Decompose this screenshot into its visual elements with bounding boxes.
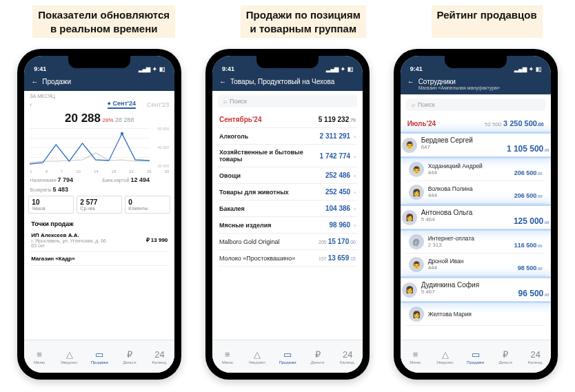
- period-label: ЗА МЕСЯЦ: [30, 94, 169, 99]
- prev-total: 28 288: [115, 116, 134, 123]
- category-row[interactable]: Мясные изделия98 960 ›: [218, 217, 357, 234]
- search-input[interactable]: ⌕ Поиск: [406, 99, 545, 111]
- back-icon[interactable]: ←: [219, 78, 226, 85]
- tab-Календ.[interactable]: 24Календ.: [521, 349, 551, 364]
- avatar: 👩: [402, 282, 417, 298]
- tab-icon: ≡: [24, 349, 54, 360]
- chevron-right-icon: ›: [352, 134, 356, 140]
- employee-row[interactable]: 👨Бердяев Сергей6471 105 500.00: [401, 134, 551, 156]
- page-title: Товары, Продуктовый на Чехова: [230, 78, 334, 85]
- employee-row[interactable]: 👩Волкова Полина444206 500.00: [406, 181, 545, 204]
- tab-icon: ≡: [401, 349, 431, 360]
- tab-icon: ₽: [490, 349, 521, 360]
- caption-realtime: Показатели обновляютсяв реальном времени: [32, 6, 175, 38]
- caption-positions: Продажи по позициями товарным группам: [241, 6, 366, 38]
- tab-Уведомл.[interactable]: △Уведомл.: [430, 349, 461, 364]
- tab-Деньги[interactable]: ₽Деньги: [490, 349, 521, 364]
- employee-row[interactable]: 👨Ходаницкий Андрей444206 500.00: [406, 158, 545, 181]
- tab-Уведомл.[interactable]: △Уведомл.: [54, 349, 85, 364]
- tab-icon: △: [54, 349, 85, 360]
- tab-icon: 24: [145, 349, 175, 360]
- tabbar: ≡Меню△Уведомл.▭Продажи₽Деньги24Календ.: [24, 340, 174, 373]
- total-sales: 20 288: [65, 112, 101, 125]
- chevron-right-icon: ›: [352, 223, 356, 229]
- page-title: Продажи: [42, 78, 71, 85]
- stat-avg[interactable]: 2 577Ср.чек: [77, 196, 122, 214]
- tab-icon: ▭: [85, 349, 115, 360]
- avatar: 👨: [402, 138, 417, 153]
- search-icon: ⌕: [223, 98, 227, 105]
- employee-row[interactable]: @Интернет-оплата2 313116 500.00: [406, 231, 545, 254]
- avatar: 👨: [409, 257, 424, 272]
- back-icon[interactable]: ←: [407, 78, 414, 85]
- tab-icon: 24: [521, 349, 551, 360]
- tab-icon: ₽: [303, 349, 333, 360]
- tab-Меню[interactable]: ≡Меню: [401, 349, 431, 364]
- phone-employees: 9:41 ▂▄▆✦▮▯ ← Сотрудники Магазин «Ампель…: [394, 49, 558, 380]
- category-row[interactable]: Товары для животных252 450 ›: [218, 184, 357, 200]
- pos-row[interactable]: Магазин «Кадр»: [30, 252, 169, 266]
- category-row[interactable]: Овощи252 486 ›: [218, 167, 357, 184]
- category-row[interactable]: Хозяйственные и бытовые товары1 742 774 …: [218, 145, 357, 167]
- phone-category-sales: 9:41 ▂▄▆✦▮▯ ← Товары, Продуктовый на Чех…: [205, 49, 370, 380]
- tab-Календ.[interactable]: 24Календ.: [145, 349, 175, 364]
- status-icons: ▂▄▆✦▮▯: [139, 66, 165, 72]
- tab-Меню[interactable]: ≡Меню: [212, 349, 243, 364]
- avatar: 👩: [409, 307, 424, 322]
- tab-Календ.[interactable]: 24Календ.: [332, 349, 363, 364]
- employee-row[interactable]: 👨Дроной Иван44498 500.00: [406, 254, 545, 276]
- sales-chart[interactable]: [30, 128, 150, 167]
- tab-Деньги[interactable]: ₽Деньги: [114, 349, 145, 364]
- tabbar: ≡Меню△Уведомл.▭Продажи₽Деньги24Календ.: [212, 340, 363, 373]
- category-row[interactable]: Бакалея104 386 ›: [218, 200, 357, 217]
- search-input[interactable]: ⌕ Поиск: [218, 95, 357, 107]
- employee-row[interactable]: 👩Дудинкина София5 46796 500.00: [401, 278, 551, 301]
- section-pos: Точки продаж: [30, 216, 169, 229]
- chevron-right-icon: ›: [352, 189, 356, 196]
- tab-month-prev[interactable]: Сент'23: [147, 101, 169, 108]
- delta-pct: 28%: [103, 117, 114, 123]
- page-title: Сотрудники: [418, 78, 456, 85]
- avatar: 👨: [409, 162, 424, 177]
- phone-sales-overview: 9:41 ▂▄▆✦▮▯ ← Продажи ЗА МЕСЯЦ ‹ ● Сент'…: [17, 49, 181, 380]
- back-icon[interactable]: ←: [31, 78, 38, 85]
- tab-icon: △: [243, 349, 273, 360]
- category-row[interactable]: Алкоголь2 311 291 ›: [218, 128, 357, 145]
- tab-icon: ▭: [461, 349, 491, 360]
- tab-Продажи[interactable]: ▭Продажи: [85, 349, 115, 364]
- period-total: 5 119 232.79: [319, 116, 356, 123]
- avatar: @: [409, 234, 424, 249]
- chevron-right-icon: ›: [352, 173, 356, 179]
- avatar: 👩: [409, 185, 424, 200]
- svg-point-0: [121, 132, 123, 136]
- caption-rating: Рейтинг продавцов: [432, 6, 543, 38]
- status-time: 9:41: [410, 65, 423, 72]
- status-icons: ▂▄▆✦▮▯: [326, 66, 353, 72]
- pos-row[interactable]: ИП Алексеев А.А. г. Ярославль, ул. Углич…: [30, 229, 169, 252]
- tab-Продажи[interactable]: ▭Продажи: [461, 349, 491, 364]
- tab-Меню[interactable]: ≡Меню: [24, 349, 54, 364]
- status-time: 9:41: [222, 65, 234, 72]
- employee-row[interactable]: 👩Антонова Ольга5 464125 000.00: [401, 206, 551, 229]
- chevron-right-icon: ›: [352, 206, 356, 212]
- tab-Деньги[interactable]: ₽Деньги: [303, 349, 333, 364]
- period-total: 3 250 500.00: [503, 119, 544, 127]
- employee-row[interactable]: 👩Желтова Мария: [406, 303, 545, 326]
- tab-month-current[interactable]: ● Сент'24: [108, 100, 136, 109]
- period-label[interactable]: Сентябрь'24: [219, 116, 262, 123]
- chart-x-axis: 147101418222530: [30, 169, 169, 174]
- period-label[interactable]: Июль'24: [407, 120, 436, 127]
- tab-icon: ▭: [272, 349, 303, 360]
- product-row[interactable]: Malboro Gold Original205 15 170.00: [218, 234, 357, 250]
- tab-Уведомл.[interactable]: △Уведомл.: [243, 349, 273, 364]
- month-prev-arrow[interactable]: ‹: [30, 101, 32, 108]
- stat-checks[interactable]: 10Чеков: [28, 196, 74, 214]
- product-row[interactable]: Молоко «Простоквашино»157 13 659.15: [218, 250, 357, 267]
- tab-icon: ≡: [212, 349, 243, 360]
- stat-clients[interactable]: 0Клиенты: [125, 196, 170, 214]
- tab-Продажи[interactable]: ▭Продажи: [272, 349, 303, 364]
- avatar: 👩: [402, 210, 417, 225]
- status-icons: ▂▄▆✦▮▯: [514, 66, 541, 72]
- chevron-right-icon: ›: [352, 154, 356, 160]
- tabbar: ≡Меню△Уведомл.▭Продажи₽Деньги24Календ.: [401, 340, 551, 373]
